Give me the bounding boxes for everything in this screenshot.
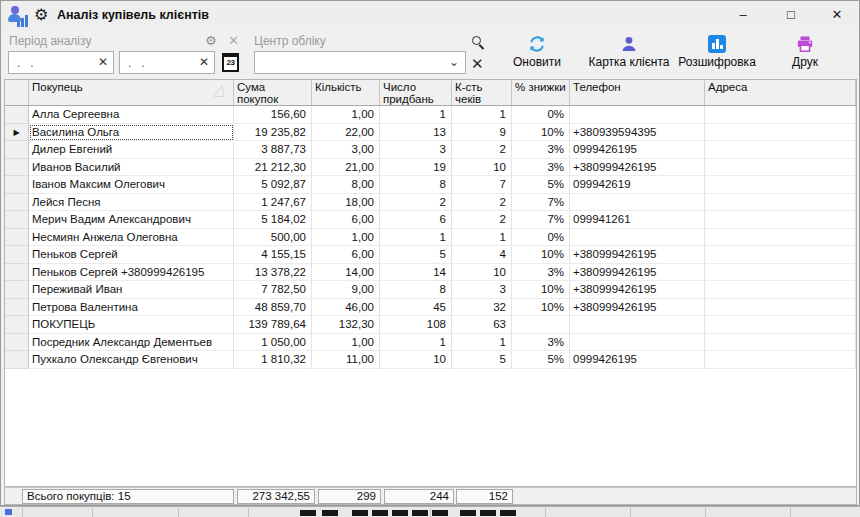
- cell-address: [705, 351, 856, 369]
- cell-address: [705, 246, 856, 264]
- cell-purchases: 14: [380, 264, 452, 282]
- cell-checks: 4: [452, 246, 512, 264]
- row-indicator: [5, 246, 29, 264]
- header-checks[interactable]: К-сть чеків: [452, 80, 512, 105]
- cell-name: Алла Сергеевна: [29, 106, 234, 124]
- calendar-icon[interactable]: 23: [222, 53, 239, 72]
- totals-bar: Всього покупців: 15 273 342,55 299 244 1…: [4, 487, 857, 505]
- cell-phone: 0999426195: [570, 351, 705, 369]
- maximize-button[interactable]: □: [775, 3, 807, 27]
- cell-checks: 32: [452, 299, 512, 317]
- grid-header-row: Покупець △ Сума покупок Кількість Число …: [5, 80, 856, 106]
- header-discount[interactable]: % знижки: [512, 80, 570, 105]
- table-row[interactable]: ▶Василина Ольга19 235,8222,0013910%+3809…: [5, 124, 856, 142]
- table-row[interactable]: Мерич Вадим Александрович5 184,026,00627…: [5, 211, 856, 229]
- cell-name: Иванов Василий: [29, 159, 234, 177]
- cell-sum: 156,60: [234, 106, 312, 124]
- cell-name: Пухкало Олександр Євгенович: [29, 351, 234, 369]
- header-purchases[interactable]: Число придбань: [380, 80, 452, 105]
- table-row[interactable]: Посредник Александр Дементьев1 050,001,0…: [5, 334, 856, 352]
- table-row[interactable]: Дилер Евгений3 887,733,00323%0999426195: [5, 141, 856, 159]
- cell-phone: [570, 334, 705, 352]
- cell-checks: 2: [452, 211, 512, 229]
- client-card-label: Картка клієнта: [589, 55, 670, 69]
- period-gear-icon[interactable]: ⚙: [205, 33, 217, 48]
- cell-name: Петрова Валентина: [29, 299, 234, 317]
- minimize-button[interactable]: –: [727, 3, 759, 27]
- client-card-button[interactable]: Картка клієнта: [579, 33, 679, 75]
- cell-qty: 18,00: [312, 194, 380, 212]
- total-checks: 152: [456, 489, 513, 504]
- header-phone[interactable]: Телефон: [570, 80, 705, 105]
- cell-qty: 3,00: [312, 141, 380, 159]
- cell-address: [705, 281, 856, 299]
- refresh-button[interactable]: Оновити: [499, 33, 575, 75]
- cell-sum: 5 184,02: [234, 211, 312, 229]
- search-icon[interactable]: [472, 36, 487, 51]
- refresh-label: Оновити: [513, 55, 561, 69]
- breakdown-button[interactable]: Розшифровка: [673, 33, 761, 75]
- cell-purchases: 5: [380, 246, 452, 264]
- close-button[interactable]: ✕: [821, 3, 853, 27]
- cell-checks: 63: [452, 316, 512, 334]
- cell-discount: 5%: [512, 176, 570, 194]
- table-row[interactable]: Пухкало Олександр Євгенович1 810,3211,00…: [5, 351, 856, 369]
- cell-purchases: 108: [380, 316, 452, 334]
- row-indicator: [5, 316, 29, 334]
- table-row[interactable]: Пеньков Сергей +38099942619513 378,2214,…: [5, 264, 856, 282]
- cell-discount: 3%: [512, 141, 570, 159]
- row-indicator: [5, 211, 29, 229]
- cell-discount: 7%: [512, 211, 570, 229]
- accounting-center-select[interactable]: ⌄: [254, 51, 466, 74]
- cell-address: [705, 211, 856, 229]
- print-button[interactable]: Друк: [773, 33, 837, 75]
- cell-purchases: 45: [380, 299, 452, 317]
- table-row[interactable]: Переживай Иван7 782,509,008310%+38099942…: [5, 281, 856, 299]
- table-row[interactable]: ПОКУПЕЦЬ139 789,64132,3010863: [5, 316, 856, 334]
- total-quantity: 299: [318, 489, 381, 504]
- table-row[interactable]: Иванов Василий21 212,3021,0019103%+38099…: [5, 159, 856, 177]
- center-clear-icon[interactable]: ✕: [471, 55, 484, 73]
- header-address[interactable]: Адреса: [705, 80, 856, 105]
- breakdown-label: Розшифровка: [678, 55, 756, 69]
- cell-name: Лейся Песня: [29, 194, 234, 212]
- row-indicator: [5, 229, 29, 247]
- cell-phone: [570, 106, 705, 124]
- cell-sum: 1 050,00: [234, 334, 312, 352]
- header-quantity[interactable]: Кількість: [312, 80, 380, 105]
- table-row[interactable]: Пеньков Сергей4 155,156,005410%+38099942…: [5, 246, 856, 264]
- cell-phone: +380999426195: [570, 246, 705, 264]
- table-row[interactable]: Несмиян Анжела Олеговна500,001,00110%: [5, 229, 856, 247]
- table-row[interactable]: Петрова Валентина48 859,7046,00453210%+3…: [5, 299, 856, 317]
- date-from-input[interactable]: . . ✕: [8, 51, 114, 74]
- cell-purchases: 8: [380, 281, 452, 299]
- cell-qty: 22,00: [312, 124, 380, 142]
- table-row[interactable]: Іванов Максим Олегович5 092,878,00875%09…: [5, 176, 856, 194]
- cell-phone: 099942619: [570, 176, 705, 194]
- cell-purchases: 3: [380, 141, 452, 159]
- bar-chart-icon: [708, 35, 726, 53]
- table-row[interactable]: Алла Сергеевна156,601,00110%: [5, 106, 856, 124]
- settings-gear-icon[interactable]: ⚙: [34, 5, 48, 24]
- cell-qty: 46,00: [312, 299, 380, 317]
- cell-name: Дилер Евгений: [29, 141, 234, 159]
- header-buyer[interactable]: Покупець △: [29, 80, 234, 105]
- date-to-input[interactable]: . . ✕: [119, 51, 215, 74]
- cell-purchases: 8: [380, 176, 452, 194]
- date-from-clear-icon[interactable]: ✕: [98, 55, 108, 69]
- date-to-clear-icon[interactable]: ✕: [199, 55, 209, 69]
- cell-sum: 1 247,67: [234, 194, 312, 212]
- cell-address: [705, 299, 856, 317]
- header-sum[interactable]: Сума покупок: [234, 80, 312, 105]
- period-clear-icon[interactable]: ✕: [228, 33, 239, 48]
- cell-sum: 3 887,73: [234, 141, 312, 159]
- period-label: Період аналізу: [9, 34, 91, 48]
- cell-sum: 13 378,22: [234, 264, 312, 282]
- cell-name: Іванов Максим Олегович: [29, 176, 234, 194]
- cell-discount: 5%: [512, 351, 570, 369]
- cell-name: Пеньков Сергей: [29, 246, 234, 264]
- table-row[interactable]: Лейся Песня1 247,6718,00227%: [5, 194, 856, 212]
- cell-purchases: 13: [380, 124, 452, 142]
- cell-qty: 6,00: [312, 246, 380, 264]
- row-indicator: [5, 281, 29, 299]
